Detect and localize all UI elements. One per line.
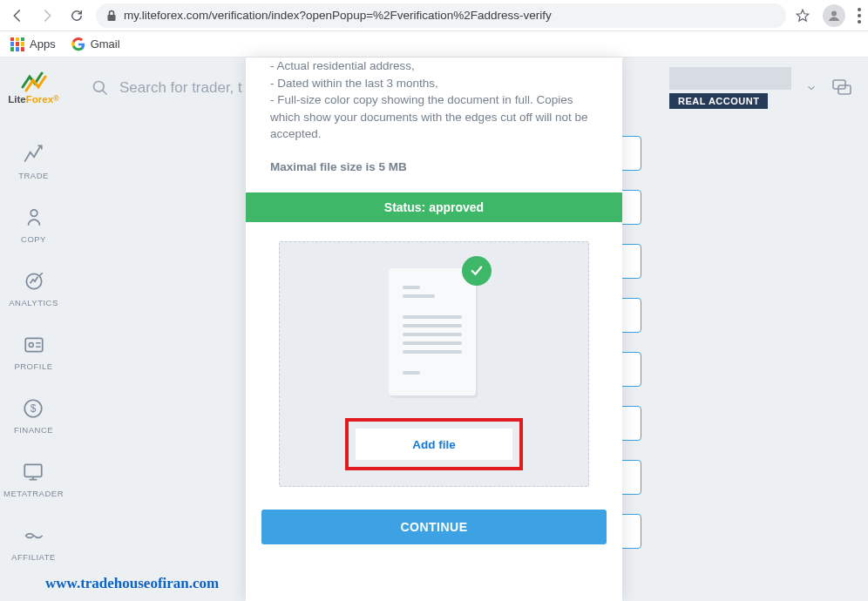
svg-rect-8: [838, 85, 851, 94]
account-type-badge: REAL ACCOUNT: [669, 93, 768, 109]
gmail-shortcut[interactable]: Gmail: [71, 37, 120, 51]
sidebar-item-trade[interactable]: TRADE: [18, 143, 49, 180]
app-viewport: LiteForex® Search for trader, t REAL ACC…: [0, 57, 868, 601]
requirement-line: - Actual residential address,: [270, 57, 598, 75]
sidebar: TRADE COPY ANALYTICS PROFILE $ FINANCE M…: [0, 118, 67, 601]
svg-rect-11: [25, 338, 43, 351]
copy-icon: [23, 206, 45, 229]
logo-icon: [21, 71, 47, 94]
gmail-label: Gmail: [91, 37, 120, 51]
svg-point-1: [831, 10, 837, 16]
apps-shortcut[interactable]: Apps: [10, 37, 56, 51]
chat-icon[interactable]: [831, 78, 852, 98]
search-icon: [92, 79, 109, 97]
url-text: my.liteforex.com/verification/index?open…: [124, 9, 552, 22]
svg-point-2: [858, 8, 861, 11]
liteforex-logo[interactable]: LiteForex®: [0, 57, 67, 118]
kebab-menu-icon[interactable]: [858, 8, 861, 24]
analytics-icon: [23, 270, 45, 293]
svg-point-3: [858, 14, 861, 17]
sidebar-item-profile[interactable]: PROFILE: [14, 334, 52, 371]
requirement-line: - Full-size color copy showing the docum…: [270, 91, 598, 143]
account-info-placeholder: [669, 67, 791, 90]
svg-point-5: [94, 82, 105, 92]
add-file-button[interactable]: Add file: [356, 429, 512, 460]
finance-icon: $: [22, 397, 44, 420]
status-bar: Status: approved: [246, 192, 622, 222]
reload-button[interactable]: [66, 5, 87, 26]
svg-line-6: [103, 91, 107, 95]
continue-button[interactable]: CONTINUE: [261, 510, 607, 544]
document-preview: [382, 261, 486, 401]
google-g-icon: [71, 37, 85, 51]
sidebar-item-finance[interactable]: $ FINANCE: [14, 397, 53, 435]
watermark-text: www.tradehouseofiran.com: [45, 575, 219, 592]
verification-panel: - Actual residential address, - Dated wi…: [246, 57, 622, 601]
forward-button[interactable]: [37, 5, 58, 26]
browser-toolbar: my.liteforex.com/verification/index?open…: [0, 0, 868, 31]
sidebar-item-affiliate[interactable]: AFFILIATE: [11, 524, 56, 562]
svg-text:$: $: [31, 402, 37, 415]
profile-avatar-icon[interactable]: [823, 4, 845, 27]
svg-rect-7: [833, 80, 845, 89]
affiliate-icon: [23, 524, 45, 547]
svg-point-12: [29, 343, 33, 348]
svg-point-9: [31, 210, 37, 217]
check-icon: [462, 256, 492, 286]
search-placeholder: Search for trader, t: [119, 79, 242, 97]
max-file-size: Maximal file size is 5 MB: [270, 159, 598, 176]
metatrader-icon: [22, 461, 44, 483]
search-field[interactable]: Search for trader, t: [92, 79, 242, 97]
star-icon[interactable]: [795, 8, 810, 24]
chevron-down-icon[interactable]: [805, 82, 817, 94]
add-file-highlight: Add file: [345, 418, 523, 470]
lock-icon: [106, 10, 117, 22]
apps-grid-icon: [10, 37, 24, 51]
apps-label: Apps: [30, 37, 56, 51]
bookmarks-bar: Apps Gmail: [0, 31, 868, 57]
sidebar-item-analytics[interactable]: ANALYTICS: [9, 270, 58, 307]
file-dropzone[interactable]: Add file: [279, 241, 589, 487]
profile-icon: [23, 334, 45, 356]
svg-rect-17: [25, 464, 43, 476]
back-button[interactable]: [7, 5, 28, 26]
svg-rect-0: [108, 15, 116, 21]
address-bar[interactable]: my.liteforex.com/verification/index?open…: [96, 3, 786, 28]
requirement-line: - Dated within the last 3 months,: [270, 75, 598, 92]
sidebar-item-copy[interactable]: COPY: [21, 206, 46, 244]
svg-point-4: [858, 20, 861, 24]
trade-icon: [22, 143, 44, 165]
sidebar-item-metatrader[interactable]: METATRADER: [3, 461, 64, 498]
